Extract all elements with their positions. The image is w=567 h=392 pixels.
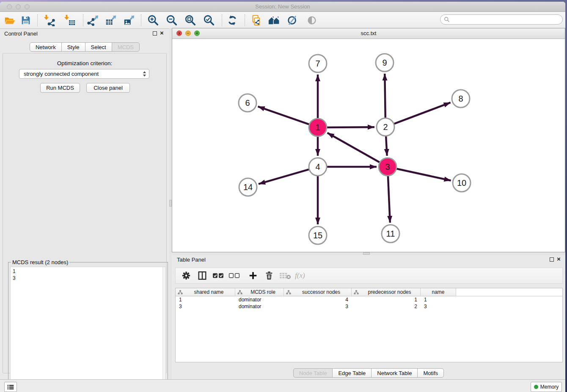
control-panel-tabs: NetworkStyleSelectMCDS — [0, 42, 169, 52]
open-folder-icon — [4, 14, 16, 26]
graph-edge-3-11[interactable] — [388, 175, 390, 223]
select-all-button[interactable] — [210, 269, 226, 282]
zoom-selected-button[interactable] — [202, 14, 216, 27]
apply-layout-button[interactable] — [225, 14, 239, 27]
tab-motifs[interactable]: Motifs — [417, 368, 444, 378]
cell-successor-nodes[interactable]: 3 — [284, 304, 352, 309]
node-table[interactable]: shared nameMCDS rolesuccessor nodesprede… — [175, 288, 563, 362]
deselect-all-button[interactable] — [226, 269, 242, 282]
gear-icon — [182, 271, 191, 280]
column-header-successor-nodes[interactable]: successor nodes — [284, 288, 352, 296]
table-settings-button[interactable] — [178, 269, 194, 282]
graph-edge-2-9[interactable] — [385, 74, 385, 119]
column-header-shared-name[interactable]: shared name — [176, 288, 235, 296]
graph-node-1[interactable]: 1 — [309, 119, 327, 136]
cell-shared-name[interactable]: 3 — [176, 304, 235, 309]
zoom-fit-icon — [184, 14, 196, 26]
criterion-dropdown[interactable]: strongly connected component — [19, 69, 149, 79]
cell-predecessor-nodes[interactable]: 2 — [352, 304, 421, 309]
export-network-button[interactable] — [85, 14, 100, 27]
save-session-button[interactable] — [19, 14, 33, 27]
mcds-result-textarea[interactable]: 1 3 — [10, 267, 166, 392]
table-panel-title: Table Panel — [177, 257, 206, 263]
tab-edge-table[interactable]: Edge Table — [332, 368, 372, 378]
column-header-name[interactable]: name — [421, 288, 456, 296]
network-title: scc.txt — [172, 30, 565, 36]
tab-mcds[interactable]: MCDS — [112, 42, 140, 52]
home-views-button[interactable] — [267, 14, 281, 27]
memory-button[interactable]: Memory — [531, 382, 562, 392]
graph-node-4[interactable]: 4 — [309, 158, 327, 176]
graph-node-2[interactable]: 2 — [377, 118, 394, 136]
save-floppy-icon — [20, 14, 32, 26]
float-panel-icon[interactable] — [550, 257, 554, 262]
show-columns-button[interactable] — [194, 269, 210, 282]
graph-node-3[interactable]: 3 — [379, 158, 396, 176]
cell-name[interactable]: 3 — [421, 304, 456, 309]
graph-node-14[interactable]: 14 — [239, 178, 257, 196]
show-hide-button[interactable] — [305, 14, 319, 27]
graph-node-9[interactable]: 9 — [376, 54, 394, 72]
create-column-button[interactable] — [245, 269, 261, 282]
export-table-button[interactable] — [104, 14, 118, 27]
table-row[interactable]: 3dominator323 — [176, 303, 562, 310]
zoom-out-button[interactable] — [165, 14, 179, 27]
close-panel-icon[interactable]: × — [557, 255, 561, 263]
graph-node-10[interactable]: 10 — [453, 174, 471, 192]
float-panel-icon[interactable] — [153, 31, 157, 36]
clone-network-button[interactable] — [249, 14, 263, 27]
cell-MCDS-role[interactable]: dominator — [235, 304, 284, 309]
run-mcds-button[interactable]: Run MCDS — [40, 83, 80, 93]
column-header-predecessor-nodes[interactable]: predecessor nodes — [352, 288, 421, 296]
svg-text:10: 10 — [457, 178, 466, 188]
unchecked-boxes-icon — [228, 271, 240, 280]
cell-shared-name[interactable]: 1 — [176, 297, 235, 303]
svg-text:15: 15 — [313, 231, 322, 240]
zoom-in-button[interactable] — [146, 14, 160, 27]
network-canvas[interactable]: 7968124314101511 — [172, 39, 565, 252]
graph-node-8[interactable]: 8 — [452, 90, 470, 108]
criterion-value: strongly connected component — [19, 71, 143, 77]
tab-select[interactable]: Select — [85, 42, 112, 52]
cell-successor-nodes[interactable]: 4 — [284, 297, 352, 303]
graph-node-6[interactable]: 6 — [239, 94, 256, 112]
graph-node-11[interactable]: 11 — [382, 225, 399, 243]
graph-edge-4-14[interactable] — [259, 169, 310, 184]
table-header-row: shared nameMCDS rolesuccessor nodesprede… — [176, 288, 562, 296]
tab-network-table[interactable]: Network Table — [371, 368, 418, 378]
graph-edge-3-1[interactable] — [328, 133, 381, 163]
tab-style[interactable]: Style — [61, 42, 85, 52]
window-titlebar[interactable]: Session: New Session — [0, 2, 565, 12]
column-header-MCDS-role[interactable]: MCDS role — [235, 288, 284, 296]
graph-edge-1-6[interactable] — [258, 107, 311, 125]
tab-network[interactable]: Network — [30, 42, 62, 52]
cell-MCDS-role[interactable]: dominator — [235, 297, 284, 303]
attribute-tree-icon — [178, 290, 183, 295]
graph-node-7[interactable]: 7 — [309, 55, 327, 72]
graph-edge-3-10[interactable] — [396, 168, 451, 181]
graph-edge-2-8[interactable] — [393, 102, 451, 124]
table-row[interactable]: 1dominator411 — [176, 296, 562, 303]
zoom-fit-button[interactable] — [183, 14, 198, 27]
close-panel-icon[interactable]: × — [160, 29, 164, 37]
network-graph[interactable]: 7968124314101511 — [172, 39, 565, 252]
export-image-button[interactable] — [122, 14, 136, 27]
cell-name[interactable]: 1 — [421, 297, 456, 303]
tab-node-table[interactable]: Node Table — [293, 368, 333, 378]
task-history-button[interactable] — [4, 382, 17, 392]
network-window-titlebar[interactable]: x − + scc.txt — [172, 28, 565, 39]
delete-table-icon — [279, 271, 291, 280]
delete-column-button[interactable] — [261, 269, 277, 282]
open-session-button[interactable] — [3, 14, 17, 27]
graph-edge-1-2[interactable] — [326, 127, 374, 127]
import-network-button[interactable] — [42, 14, 57, 27]
style-toggle-button[interactable] — [285, 14, 300, 27]
import-table-button[interactable] — [63, 14, 77, 27]
cell-predecessor-nodes[interactable]: 1 — [352, 297, 421, 303]
search-input[interactable] — [450, 15, 562, 24]
close-panel-button[interactable]: Close panel — [86, 83, 130, 93]
graph-node-15[interactable]: 15 — [309, 226, 327, 244]
search-box[interactable] — [440, 14, 563, 25]
graph-edge-2-3[interactable] — [386, 135, 387, 156]
result-scrollbar[interactable] — [162, 267, 165, 392]
